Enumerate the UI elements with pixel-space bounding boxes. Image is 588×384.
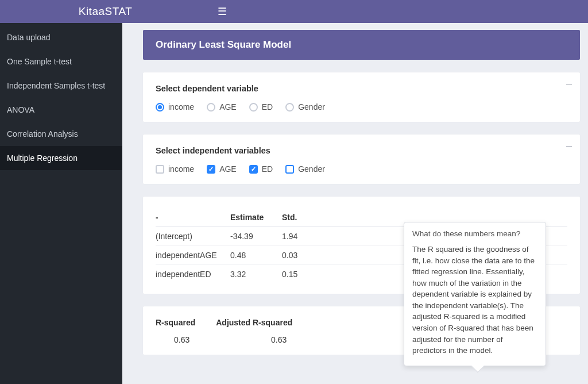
popover-body: The R squared is the goodness of fit, i.… xyxy=(412,244,537,356)
rsquared-value: 0.63 xyxy=(156,335,195,344)
help-popover: What do these numbers mean? The R square… xyxy=(404,222,546,366)
independent-options-row: income AGE ED Gender xyxy=(156,164,567,174)
cell-estimate: 3.32 xyxy=(230,265,282,284)
sidebar-item-independent-t-test[interactable]: Independent Samples t-test xyxy=(0,74,122,98)
cell-estimate: -34.39 xyxy=(230,227,282,246)
col-header-term: - xyxy=(156,208,230,227)
sidebar-item-label: Multiple Regression xyxy=(7,153,78,163)
option-label: Gender xyxy=(298,102,325,112)
radio-icon xyxy=(249,103,258,112)
radio-option-gender[interactable]: Gender xyxy=(285,102,325,112)
option-label: ED xyxy=(262,102,273,112)
card-heading: Select dependent variable xyxy=(156,84,567,93)
checkbox-option-age[interactable]: AGE xyxy=(207,164,237,174)
adj-rsquared-label: Adjusted R-squared xyxy=(216,318,292,327)
option-label: AGE xyxy=(219,164,237,174)
option-label: income xyxy=(168,102,194,112)
card-heading: Select independent variables xyxy=(156,146,567,155)
radio-option-income[interactable]: income xyxy=(156,102,194,112)
cell-term: (Intercept) xyxy=(156,227,230,246)
page-title: Ordinary Least Square Model xyxy=(143,30,580,60)
checkbox-option-ed[interactable]: ED xyxy=(249,164,273,174)
adj-rsquared-value: 0.63 xyxy=(216,335,292,344)
sidebar-item-data-upload[interactable]: Data upload xyxy=(0,25,122,49)
sidebar: Data upload One Sample t-test Independen… xyxy=(0,23,122,384)
cell-term: independentAGE xyxy=(156,246,230,265)
hamburger-icon[interactable]: ☰ xyxy=(211,5,234,18)
option-label: AGE xyxy=(219,102,237,112)
sidebar-item-multiple-regression[interactable]: Multiple Regression xyxy=(0,146,122,170)
sidebar-item-correlation[interactable]: Correlation Analysis xyxy=(0,122,122,146)
radio-option-age[interactable]: AGE xyxy=(207,102,237,112)
radio-icon xyxy=(156,103,164,112)
checkbox-option-income[interactable]: income xyxy=(156,164,194,174)
dependent-variable-card: – Select dependent variable income AGE E… xyxy=(143,72,580,122)
sidebar-item-label: Data upload xyxy=(7,33,51,42)
topbar: KitaaSTAT ☰ xyxy=(0,0,588,23)
sidebar-item-label: Correlation Analysis xyxy=(7,129,78,139)
popover-tail-icon xyxy=(471,359,485,373)
option-label: income xyxy=(168,164,194,174)
collapse-icon[interactable]: – xyxy=(566,140,572,151)
collapse-icon[interactable]: – xyxy=(566,78,572,89)
checkbox-icon xyxy=(156,165,164,174)
radio-icon xyxy=(285,103,294,112)
checkbox-option-gender[interactable]: Gender xyxy=(285,164,325,174)
rsquared-label: R-squared xyxy=(156,318,195,327)
radio-option-ed[interactable]: ED xyxy=(249,102,273,112)
checkbox-icon xyxy=(285,165,294,174)
main-content: Ordinary Least Square Model – Select dep… xyxy=(122,23,588,384)
radio-icon xyxy=(207,103,215,112)
app-brand: KitaaSTAT xyxy=(0,5,211,18)
cell-estimate: 0.48 xyxy=(230,246,282,265)
dependent-options-row: income AGE ED Gender xyxy=(156,102,567,112)
option-label: Gender xyxy=(298,164,325,174)
checkbox-icon xyxy=(249,165,258,174)
sidebar-item-anova[interactable]: ANOVA xyxy=(0,98,122,122)
sidebar-item-label: One Sample t-test xyxy=(7,57,72,66)
option-label: ED xyxy=(262,164,273,174)
checkbox-icon xyxy=(207,165,215,174)
col-header-estimate: Estimate xyxy=(230,208,282,227)
sidebar-item-label: ANOVA xyxy=(7,105,34,114)
sidebar-item-label: Independent Samples t-test xyxy=(7,81,105,90)
cell-term: independentED xyxy=(156,265,230,284)
popover-title: What do these numbers mean? xyxy=(412,229,537,238)
sidebar-item-one-sample-t-test[interactable]: One Sample t-test xyxy=(0,49,122,74)
independent-variables-card: – Select independent variables income AG… xyxy=(143,135,580,184)
